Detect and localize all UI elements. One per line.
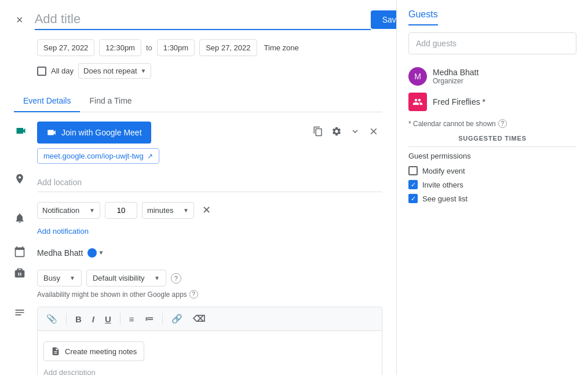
busy-status-select[interactable]: Busy: [43, 274, 67, 282]
description-icon-container: [14, 307, 28, 320]
permission-row-modify: Modify event: [408, 166, 576, 175]
calendar-color-dot: [87, 248, 97, 258]
external-link-icon: ↗: [147, 152, 153, 160]
tabs-container: Event Details Find a Time: [14, 90, 382, 112]
meet-url[interactable]: meet.google.com/iop-uwjt-twg ↗: [37, 148, 159, 164]
repeat-label: Does not repeat: [83, 67, 137, 75]
add-notification-button[interactable]: Add notification: [37, 225, 89, 238]
description-icon: [14, 307, 25, 318]
visibility-arrow-icon: ▼: [154, 275, 160, 281]
description-section: 📎 B I U ≡ ≔ 🔗 ⌫: [37, 307, 382, 375]
calendar-row: Medha Bhatt ▼: [37, 248, 382, 258]
join-meet-button[interactable]: Join with Google Meet: [37, 122, 151, 144]
link-button[interactable]: 🔗: [167, 311, 187, 327]
notification-row: Notification ▼ minutes ▼ ✕: [37, 200, 382, 220]
toolbar-divider-3: [162, 313, 163, 325]
permission-row-invite: ✓ Invite others: [408, 180, 576, 189]
modify-event-checkbox[interactable]: [408, 166, 418, 175]
end-time-chip[interactable]: 1:30pm: [157, 39, 195, 56]
status-help-icon[interactable]: ?: [171, 273, 181, 284]
visibility-select[interactable]: Default visibility: [93, 274, 152, 282]
see-guest-list-checkbox[interactable]: ✓: [408, 194, 418, 203]
gear-icon: [331, 126, 342, 137]
guest-list: M Medha Bhatt Organizer Fred Fireflies *: [408, 64, 576, 115]
cannot-show-help-icon[interactable]: ?: [498, 119, 507, 128]
permissions-title: Guest permissions: [408, 152, 576, 160]
notification-value-input[interactable]: [105, 202, 137, 219]
avatar: [408, 93, 427, 111]
visibility-wrapper[interactable]: Default visibility ▼: [86, 270, 166, 286]
notification-unit-wrapper[interactable]: minutes ▼: [142, 202, 194, 219]
create-meeting-notes-button[interactable]: Create meeting notes: [43, 341, 144, 361]
guest-info: Medha Bhatt Organizer: [433, 68, 576, 85]
owner-name: Medha Bhatt: [37, 248, 83, 258]
save-button[interactable]: Save: [371, 10, 397, 29]
briefcase-icon: [14, 267, 25, 279]
remove-format-button[interactable]: ⌫: [189, 311, 209, 327]
location-input[interactable]: [37, 173, 382, 192]
meet-url-text: meet.google.com/iop-uwjt-twg: [43, 152, 144, 160]
avatar: M: [408, 67, 427, 86]
guest-name: Fred Fireflies *: [433, 97, 576, 106]
guests-title: Guests: [408, 9, 438, 25]
modify-event-label: Modify event: [422, 167, 465, 175]
location-icon-container: [14, 173, 28, 186]
guest-name: Medha Bhatt: [433, 68, 576, 77]
ordered-list-button[interactable]: ≡: [125, 311, 138, 327]
notification-type-select[interactable]: Notification: [42, 206, 87, 215]
notification-unit-select[interactable]: minutes: [147, 206, 181, 215]
meet-settings-button[interactable]: [328, 123, 345, 142]
copy-icon: [313, 126, 323, 137]
copy-meet-link-button[interactable]: [309, 123, 327, 142]
checkmark-icon: ✓: [411, 195, 416, 203]
calendar-color-picker[interactable]: ▼: [87, 248, 104, 258]
start-date-chip[interactable]: Sep 27, 2022: [37, 39, 94, 56]
allday-checkbox[interactable]: [37, 67, 46, 76]
to-separator: to: [146, 43, 152, 52]
busy-status-wrapper[interactable]: Busy ▼: [37, 270, 82, 286]
busy-arrow-icon: ▼: [70, 275, 75, 281]
tab-find-time[interactable]: Find a Time: [80, 90, 141, 112]
invite-others-label: Invite others: [422, 181, 463, 189]
event-title-input[interactable]: [35, 9, 371, 30]
list-item: Fred Fireflies *: [408, 89, 576, 115]
tab-event-details[interactable]: Event Details: [14, 90, 80, 112]
guest-info: Fred Fireflies *: [433, 97, 576, 106]
repeat-dropdown[interactable]: Does not repeat ▼: [78, 63, 151, 79]
meet-expand-button[interactable]: [346, 123, 364, 142]
bell-icon: [14, 212, 25, 224]
notification-icon-container: [14, 212, 28, 226]
timezone-button[interactable]: Time zone: [262, 40, 301, 56]
attachment-button[interactable]: 📎: [42, 311, 61, 327]
invite-others-checkbox[interactable]: ✓: [408, 180, 418, 189]
status-section: Busy ▼ Default visibility ▼ ? Availabili…: [37, 267, 382, 299]
notification-type-wrapper[interactable]: Notification ▼: [37, 202, 100, 219]
add-guests-input[interactable]: [408, 32, 576, 54]
notification-section: Notification ▼ minutes ▼ ✕ Add notificat…: [37, 200, 382, 238]
description-content: Create meeting notes Add description: [38, 331, 382, 375]
start-time-chip[interactable]: 12:30pm: [99, 39, 141, 56]
calendar-icon: [14, 246, 25, 258]
status-row: Busy ▼ Default visibility ▼ ?: [37, 270, 382, 286]
calendar-icon-container: [14, 246, 28, 259]
availability-help-icon[interactable]: ?: [189, 290, 198, 299]
close-button[interactable]: ×: [14, 11, 25, 29]
status-icon-container: [14, 267, 28, 281]
meet-icon: [46, 127, 57, 138]
underline-button[interactable]: U: [101, 311, 115, 327]
location-icon: [14, 173, 25, 185]
bold-button[interactable]: B: [71, 311, 86, 327]
meet-section: Join with Google Meet: [37, 122, 382, 164]
meet-close-button[interactable]: [365, 123, 382, 142]
unordered-list-button[interactable]: ≔: [141, 311, 158, 327]
notif-arrow-icon: ▼: [89, 207, 95, 214]
remove-notification-button[interactable]: ✕: [199, 200, 214, 220]
chevron-down-icon: [350, 126, 360, 137]
location-section: [37, 173, 382, 192]
create-notes-label: Create meeting notes: [65, 347, 137, 356]
end-date-chip[interactable]: Sep 27, 2022: [199, 39, 257, 56]
add-description-placeholder[interactable]: Add description: [43, 366, 376, 375]
cannot-show-text: * Calendar cannot be shown ?: [408, 119, 576, 128]
toolbar-divider-2: [120, 313, 120, 325]
italic-button[interactable]: I: [88, 311, 98, 327]
